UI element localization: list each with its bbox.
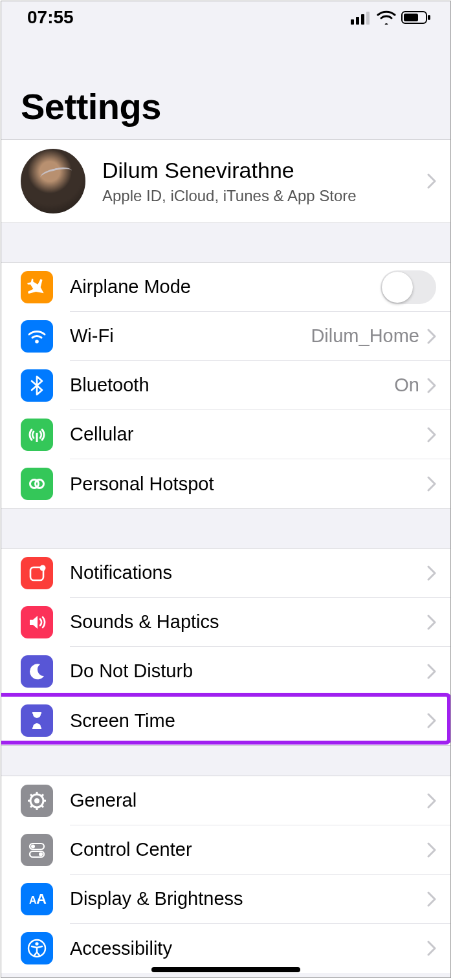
chevron-right-icon (427, 664, 436, 679)
svg-rect-2 (361, 14, 364, 25)
label-hotspot: Personal Hotspot (70, 474, 427, 495)
screentime-icon (21, 704, 53, 737)
svg-rect-0 (351, 19, 354, 25)
page-title: Settings (21, 85, 431, 127)
row-cellular[interactable]: Cellular (1, 410, 450, 459)
home-indicator (151, 967, 300, 972)
chevron-right-icon (427, 891, 436, 907)
status-time: 07:55 (27, 7, 74, 28)
row-accessibility[interactable]: Accessibility (1, 924, 450, 973)
row-hotspot[interactable]: Personal Hotspot (1, 459, 450, 508)
hotspot-icon (21, 468, 53, 500)
svg-rect-14 (32, 728, 41, 730)
label-wifi: Wi-Fi (70, 325, 311, 347)
chevron-right-icon (427, 173, 436, 189)
svg-rect-1 (356, 17, 359, 25)
chevron-right-icon (427, 329, 436, 344)
connectivity-group: Airplane Mode Wi-Fi Dilum_Home Bluetooth… (1, 262, 450, 509)
general-group: General Control Center AA Display & Brig… (1, 776, 450, 973)
settings-screen: 07:55 (1, 1, 451, 978)
svg-line-22 (41, 805, 43, 807)
svg-point-28 (39, 853, 43, 856)
avatar (21, 149, 85, 213)
airplane-toggle[interactable] (381, 270, 436, 304)
label-airplane: Airplane Mode (70, 276, 381, 298)
svg-point-32 (35, 942, 38, 945)
general-icon (21, 785, 53, 817)
detail-bluetooth: On (394, 375, 419, 396)
label-bluetooth: Bluetooth (70, 375, 394, 396)
label-accessibility: Accessibility (70, 938, 427, 959)
display-icon: AA (21, 883, 53, 915)
chevron-right-icon (427, 713, 436, 728)
chevron-right-icon (427, 793, 436, 809)
label-dnd: Do Not Disturb (70, 660, 427, 682)
notifications-icon (21, 557, 53, 589)
svg-point-16 (34, 798, 39, 803)
chevron-right-icon (427, 476, 436, 492)
svg-point-12 (40, 565, 46, 571)
label-notifications: Notifications (70, 562, 427, 583)
chevron-right-icon (427, 565, 436, 581)
svg-rect-5 (404, 14, 418, 21)
cellular-icon (21, 419, 53, 451)
profile-name: Dilum Senevirathne (102, 158, 427, 183)
airplane-icon (21, 271, 53, 303)
status-bar: 07:55 (1, 1, 450, 34)
row-controlcenter[interactable]: Control Center (1, 825, 450, 875)
profile-subtitle: Apple ID, iCloud, iTunes & App Store (102, 187, 427, 205)
accessibility-icon (21, 932, 53, 964)
chevron-right-icon (427, 941, 436, 956)
label-screentime: Screen Time (70, 710, 427, 732)
chevron-right-icon (427, 842, 436, 858)
svg-rect-3 (366, 12, 370, 25)
bluetooth-icon (21, 369, 53, 402)
label-display: Display & Brightness (70, 888, 427, 909)
dnd-icon (21, 655, 53, 688)
chevron-right-icon (427, 615, 436, 630)
row-notifications[interactable]: Notifications (1, 549, 450, 598)
label-sounds: Sounds & Haptics (70, 611, 427, 633)
label-controlcenter: Control Center (70, 839, 427, 860)
detail-wifi: Dilum_Home (311, 325, 419, 347)
svg-line-23 (41, 794, 43, 796)
row-display[interactable]: AA Display & Brightness (1, 875, 450, 924)
svg-point-26 (31, 845, 35, 849)
cellular-signal-icon (351, 10, 371, 25)
label-general: General (70, 790, 427, 811)
chevron-right-icon (427, 378, 436, 393)
sounds-icon (21, 606, 53, 638)
status-indicators (351, 10, 431, 25)
battery-icon (401, 10, 431, 25)
svg-line-21 (30, 794, 32, 796)
controlcenter-icon (21, 834, 53, 866)
notifications-group: Notifications Sounds & Haptics Do Not Di… (1, 548, 450, 746)
row-general[interactable]: General (1, 776, 450, 825)
profile-row[interactable]: Dilum Senevirathne Apple ID, iCloud, iTu… (1, 140, 450, 223)
row-airplane[interactable]: Airplane Mode (1, 263, 450, 312)
svg-point-7 (35, 340, 39, 343)
label-cellular: Cellular (70, 424, 427, 445)
row-bluetooth[interactable]: Bluetooth On (1, 361, 450, 410)
wifi-icon (377, 10, 396, 25)
row-wifi[interactable]: Wi-Fi Dilum_Home (1, 312, 450, 361)
svg-rect-8 (36, 433, 38, 442)
profile-group: Dilum Senevirathne Apple ID, iCloud, iTu… (1, 139, 450, 223)
row-sounds[interactable]: Sounds & Haptics (1, 598, 450, 647)
row-dnd[interactable]: Do Not Disturb (1, 647, 450, 696)
chevron-right-icon (427, 427, 436, 442)
svg-rect-6 (428, 15, 430, 20)
svg-line-24 (30, 805, 32, 807)
svg-text:A: A (36, 891, 47, 907)
row-screentime[interactable]: Screen Time (1, 696, 450, 745)
wifi-settings-icon (21, 320, 53, 353)
svg-rect-13 (32, 712, 41, 714)
